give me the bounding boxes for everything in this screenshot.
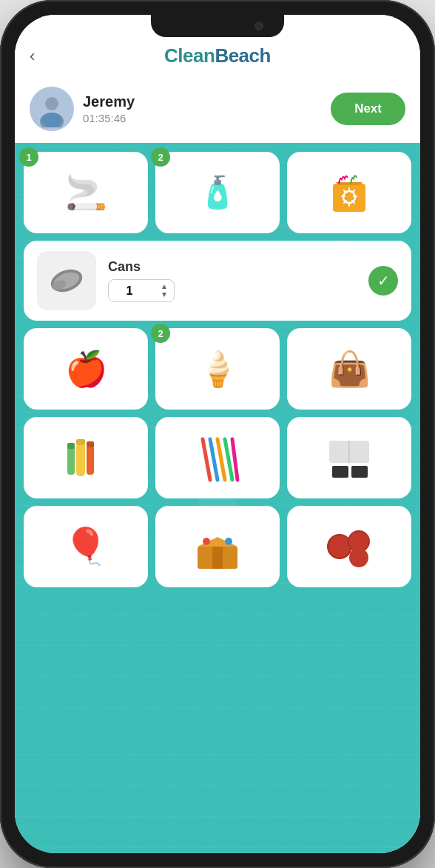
item-cigarettes[interactable]: 1 🚬 — [24, 152, 148, 233]
avatar — [30, 87, 74, 131]
cans-info: Cans 1 ▲ ▼ — [108, 259, 357, 302]
svg-rect-25 — [212, 547, 223, 569]
ice-cream-icon: 🍦 — [197, 352, 239, 386]
camera — [254, 21, 263, 30]
phone-screen: ‹ CleanBeach Jeremy 01:35:46 N — [15, 15, 420, 853]
cans-stepper[interactable]: 1 ▲ ▼ — [108, 279, 175, 302]
svg-rect-13 — [67, 447, 75, 475]
svg-rect-10 — [76, 439, 85, 445]
item-bag[interactable]: 👜 — [287, 328, 411, 410]
notch — [151, 15, 284, 37]
item-bottles[interactable] — [24, 417, 148, 498]
svg-point-27 — [225, 538, 232, 545]
back-button[interactable]: ‹ — [30, 47, 35, 66]
title-clean: Clean — [164, 44, 215, 67]
grid-row-1: 1 🚬 2 🧴 — [24, 152, 411, 233]
app-title: CleanBeach — [164, 44, 271, 67]
svg-point-26 — [203, 538, 210, 545]
cans-card: Cans 1 ▲ ▼ ✓ — [24, 241, 411, 321]
title-beach: Beach — [215, 44, 271, 67]
item-straws[interactable] — [155, 417, 280, 498]
svg-line-15 — [203, 439, 210, 480]
svg-point-1 — [45, 97, 58, 110]
item-container[interactable] — [287, 417, 411, 498]
svg-line-18 — [225, 439, 232, 480]
badge-2: 2 — [151, 147, 170, 167]
grid-row-3 — [24, 417, 411, 498]
container-icon — [323, 432, 375, 484]
item-box[interactable] — [155, 506, 280, 587]
svg-line-17 — [218, 439, 225, 480]
stepper-down-icon[interactable]: ▼ — [161, 291, 168, 298]
item-ice-cream[interactable]: 2 🍦 — [155, 328, 280, 410]
svg-line-19 — [232, 439, 237, 480]
user-bar: Jeremy 01:35:46 Next — [15, 79, 420, 143]
plastic-bottle-icon: 🧴 — [198, 177, 237, 208]
svg-point-3 — [41, 113, 62, 127]
item-apple[interactable]: 🍎 — [24, 328, 148, 410]
badge-1: 1 — [19, 147, 38, 167]
cans-label: Cans — [108, 259, 357, 275]
cans-quantity-input[interactable]: 1 — [115, 284, 144, 298]
cans-icon — [37, 251, 96, 310]
stepper-up-icon[interactable]: ▲ — [161, 283, 168, 290]
user-timer: 01:35:46 — [83, 112, 322, 124]
bottles-icon — [60, 432, 112, 484]
svg-rect-12 — [87, 441, 94, 447]
apple-icon: 🍎 — [65, 352, 107, 386]
stepper-arrows[interactable]: ▲ ▼ — [161, 283, 168, 298]
svg-line-16 — [210, 439, 218, 480]
trash-bin-icon — [326, 169, 373, 216]
phone-frame: ‹ CleanBeach Jeremy 01:35:46 N — [0, 0, 435, 868]
user-info: Jeremy 01:35:46 — [83, 93, 322, 124]
bag-icon: 👜 — [328, 352, 371, 386]
badge-2b: 2 — [151, 324, 170, 343]
main-content[interactable]: 1 🚬 2 🧴 — [15, 143, 420, 853]
user-name: Jeremy — [83, 93, 322, 110]
item-trash-bin[interactable] — [287, 152, 411, 233]
item-plastic-bottle[interactable]: 2 🧴 — [155, 152, 280, 233]
svg-rect-11 — [87, 445, 94, 475]
cigarettes-icon: 🚬 — [65, 176, 107, 210]
svg-point-32 — [349, 548, 368, 567]
confirm-check[interactable]: ✓ — [368, 266, 398, 296]
svg-rect-23 — [351, 466, 368, 478]
item-balloons[interactable]: 🎈 — [24, 506, 148, 587]
next-button[interactable]: Next — [331, 93, 405, 125]
grid-row-4: 🎈 — [24, 506, 411, 587]
item-red-items[interactable] — [287, 506, 411, 587]
balloons-icon: 🎈 — [64, 529, 108, 564]
svg-rect-22 — [332, 466, 348, 478]
svg-rect-9 — [76, 443, 85, 476]
straws-icon — [192, 432, 243, 484]
red-circles-icon — [323, 521, 375, 572]
grid-row-2: 🍎 2 🍦 👜 — [24, 328, 411, 410]
svg-rect-14 — [67, 443, 75, 449]
box-icon — [192, 521, 243, 572]
